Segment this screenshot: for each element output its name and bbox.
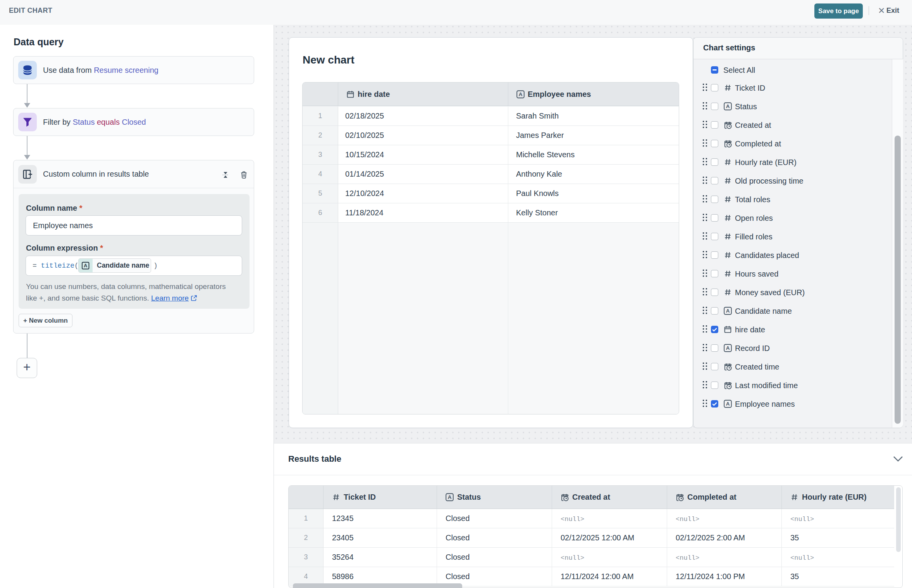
svg-text:A: A: [84, 263, 87, 268]
svg-text:A: A: [726, 308, 730, 314]
svg-text:A: A: [726, 345, 730, 351]
svg-text:A: A: [448, 494, 452, 500]
svg-text:A: A: [726, 103, 730, 109]
svg-text:A: A: [726, 401, 730, 407]
svg-text:A: A: [519, 91, 523, 97]
